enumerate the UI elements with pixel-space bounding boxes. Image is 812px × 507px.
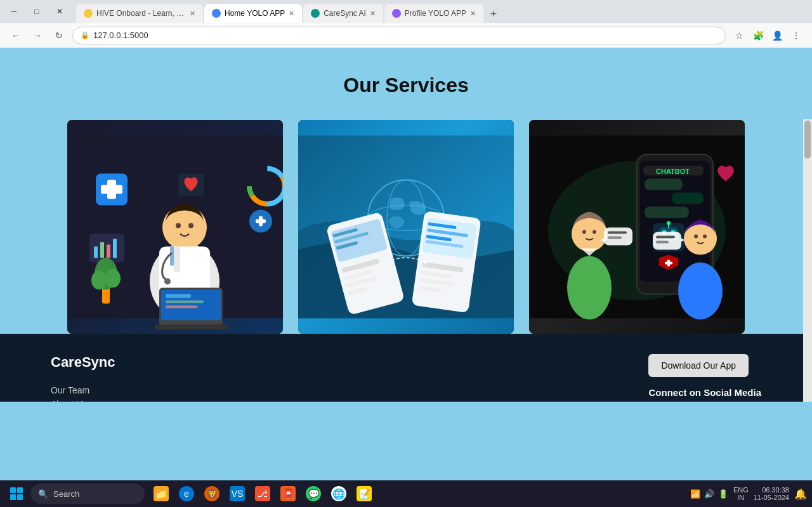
svg-point-89 bbox=[694, 235, 698, 239]
windows-icon bbox=[10, 487, 23, 500]
footer-link-our-team[interactable]: Our Team bbox=[51, 383, 115, 397]
tab-caresync-close[interactable]: ✕ bbox=[370, 10, 376, 18]
tab-profile[interactable]: Profile YOLO APP ✕ bbox=[384, 4, 483, 23]
footer-logo: CareSync bbox=[51, 354, 115, 371]
footer-link-about-us[interactable]: About Us bbox=[51, 397, 115, 402]
refresh-button[interactable]: ↻ bbox=[51, 27, 67, 44]
tab-profile-close[interactable]: ✕ bbox=[470, 10, 476, 18]
doctor-appointment-card[interactable]: ! Doctor Appointment bbox=[67, 120, 283, 334]
close-button[interactable]: ✕ bbox=[51, 5, 69, 18]
taskbar-app-chrome[interactable]: 🌐 bbox=[327, 482, 350, 505]
taskbar-app-files[interactable]: 📁 bbox=[150, 482, 173, 505]
svg-rect-93 bbox=[656, 236, 675, 239]
tab-caresync[interactable]: CareSync AI ✕ bbox=[303, 4, 383, 23]
edge-icon: e bbox=[179, 486, 194, 501]
svg-point-75 bbox=[667, 221, 671, 225]
svg-rect-15 bbox=[259, 216, 263, 227]
profile-button[interactable]: 👤 bbox=[769, 27, 785, 44]
social-title: Connect on Social Media bbox=[648, 387, 761, 398]
footer-links: Our Team About Us Contact Us Privacy Pol… bbox=[51, 383, 115, 402]
browser-scrollbar[interactable] bbox=[803, 119, 812, 402]
services-title: Our Services bbox=[51, 74, 761, 97]
svg-rect-66 bbox=[645, 179, 683, 190]
taskbar-app-git[interactable]: ⎇ bbox=[251, 482, 274, 505]
taskbar-app-brave[interactable]: 🦁 bbox=[200, 482, 223, 505]
wifi-icon: 📶 bbox=[690, 489, 700, 499]
tabs-bar: HIVE Onboard - Learn, Join and... ✕ Home… bbox=[76, 0, 807, 23]
taskbar: 🔍 Search 📁 e 🦁 VS ⎇ 📮 💬 🌐 📝 bbox=[0, 480, 812, 507]
page-content: Our Services bbox=[0, 48, 812, 334]
extensions-button[interactable]: 🧩 bbox=[750, 27, 766, 44]
tab-home-close[interactable]: ✕ bbox=[289, 10, 294, 18]
svg-point-23 bbox=[164, 279, 171, 285]
svg-rect-7 bbox=[107, 245, 110, 258]
minimize-button[interactable]: ─ bbox=[5, 5, 23, 18]
taskbar-app-edge[interactable]: e bbox=[175, 482, 198, 505]
taskbar-time-display: 06:30:38 bbox=[754, 486, 789, 494]
taskbar-app-postman[interactable]: 📮 bbox=[277, 482, 299, 505]
notification-icon[interactable]: 🔔 bbox=[794, 488, 807, 500]
tab-home-icon bbox=[212, 9, 221, 18]
tab-caresync-title: CareSync AI bbox=[324, 9, 366, 18]
svg-point-19 bbox=[188, 223, 193, 228]
taskbar-apps: 📁 e 🦁 VS ⎇ 📮 💬 🌐 📝 bbox=[150, 482, 376, 505]
svg-rect-28 bbox=[166, 306, 197, 308]
download-app-button[interactable]: Download Our App bbox=[648, 354, 749, 377]
address-text: 127.0.0.1:5000 bbox=[93, 30, 148, 40]
svg-rect-68 bbox=[645, 207, 689, 218]
svg-rect-8 bbox=[113, 239, 117, 258]
tab-hive-title: HIVE Onboard - Learn, Join and... bbox=[96, 9, 186, 18]
menu-button[interactable]: ⋮ bbox=[788, 27, 804, 44]
tab-home-yolo[interactable]: Home YOLO APP ✕ bbox=[204, 4, 302, 23]
svg-rect-27 bbox=[166, 301, 204, 303]
bookmark-button[interactable]: ☆ bbox=[731, 27, 747, 44]
chatbot-card[interactable]: CHATBOT bbox=[529, 120, 745, 334]
back-button[interactable]: ← bbox=[8, 27, 24, 44]
taskbar-date-display: 11-05-2024 bbox=[754, 494, 789, 501]
battery-icon: 🔋 bbox=[718, 489, 728, 499]
forward-button[interactable]: → bbox=[29, 27, 46, 44]
vscode-icon: VS bbox=[230, 486, 245, 501]
toolbar-right: ☆ 🧩 👤 ⋮ bbox=[731, 27, 804, 44]
tab-hive[interactable]: HIVE Onboard - Learn, Join and... ✕ bbox=[76, 4, 203, 23]
svg-text:CHATBOT: CHATBOT bbox=[656, 168, 690, 175]
svg-point-32 bbox=[91, 271, 107, 290]
taskbar-app-vscode[interactable]: VS bbox=[226, 482, 249, 505]
address-bar[interactable]: 🔒 127.0.0.1:5000 bbox=[72, 27, 726, 44]
scrollbar-thumb[interactable] bbox=[804, 121, 811, 159]
brave-icon: 🦁 bbox=[204, 486, 219, 501]
files-icon: 📁 bbox=[154, 486, 169, 501]
browser-chrome: ─ □ ✕ HIVE Onboard - Learn, Join and... … bbox=[0, 0, 812, 48]
services-grid: ! Doctor Appointment bbox=[51, 120, 761, 334]
start-button[interactable] bbox=[5, 482, 28, 505]
tab-hive-close[interactable]: ✕ bbox=[190, 10, 195, 18]
new-tab-button[interactable]: + bbox=[485, 5, 502, 23]
footer-right: Download Our App Connect on Social Media… bbox=[648, 354, 761, 402]
address-bar-row: ← → ↻ 🔒 127.0.0.1:5000 ☆ 🧩 👤 ⋮ bbox=[0, 23, 812, 48]
git-icon: ⎇ bbox=[255, 486, 270, 501]
notepad-icon: 📝 bbox=[357, 486, 372, 501]
svg-rect-22 bbox=[170, 247, 174, 266]
taskbar-datetime: 06:30:38 11-05-2024 bbox=[754, 486, 789, 501]
svg-rect-85 bbox=[608, 232, 627, 234]
svg-rect-21 bbox=[174, 247, 180, 272]
svg-rect-3 bbox=[101, 185, 122, 194]
svg-rect-29 bbox=[155, 325, 228, 330]
tab-profile-icon bbox=[392, 9, 401, 18]
svg-rect-86 bbox=[608, 237, 622, 239]
svg-point-33 bbox=[105, 269, 121, 288]
svg-rect-5 bbox=[94, 247, 98, 258]
taskbar-right: 📶 🔊 🔋 ENG IN 06:30:38 11-05-2024 🔔 bbox=[690, 486, 807, 501]
svg-point-17 bbox=[162, 206, 207, 250]
taskbar-search-box[interactable]: 🔍 Search bbox=[30, 484, 145, 504]
tab-caresync-icon bbox=[311, 9, 320, 18]
tab-hive-icon bbox=[84, 9, 93, 18]
world-transaction-card[interactable]: World Wide Transaction bbox=[298, 120, 514, 334]
svg-point-82 bbox=[593, 230, 596, 234]
maximize-button[interactable]: □ bbox=[28, 5, 46, 18]
postman-icon: 📮 bbox=[280, 486, 296, 501]
taskbar-app-whatsapp[interactable]: 💬 bbox=[302, 482, 325, 505]
taskbar-app-notepad[interactable]: 📝 bbox=[353, 482, 376, 505]
svg-point-79 bbox=[567, 256, 612, 320]
svg-point-90 bbox=[703, 235, 707, 239]
